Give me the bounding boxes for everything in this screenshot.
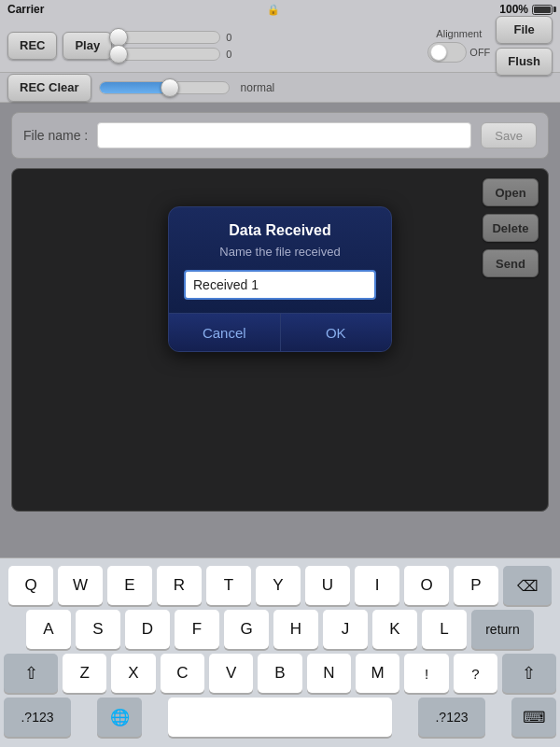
key-d[interactable]: D [125,610,170,649]
lock-icon: 🔒 [267,4,280,16]
key-a[interactable]: A [26,610,71,649]
key-w[interactable]: W [58,566,103,605]
carrier-label: Carrier [7,3,48,16]
key-g[interactable]: G [224,610,269,649]
battery-icon [532,5,553,15]
slider-val-1: 0 [226,32,241,43]
key-l[interactable]: L [422,610,467,649]
numbers-right-key[interactable]: .?123 [418,698,485,737]
keyboard-row-2: A S D F G H J K L return [4,610,556,649]
toggle-knob [430,44,447,61]
dialog: Data Received Name the file received Can… [168,206,392,352]
alignment-group: Alignment OFF [427,28,490,63]
alignment-label: Alignment [436,28,482,39]
key-v[interactable]: V [209,654,253,693]
toggle-switch[interactable] [427,42,467,63]
slider-track-3[interactable] [99,81,230,94]
key-u[interactable]: U [305,566,350,605]
toolbar2: REC Clear normal [0,73,560,103]
key-r[interactable]: R [157,566,202,605]
key-b[interactable]: B [258,654,301,693]
slider-thumb-3 [161,78,179,97]
flush-button[interactable]: Flush [496,48,553,76]
key-z[interactable]: Z [63,654,106,693]
slider-row-1: 0 [118,31,422,44]
globe-key[interactable]: 🌐 [97,698,142,737]
key-k[interactable]: K [372,610,417,649]
key-q[interactable]: Q [8,566,53,605]
keyboard-row-3: ⇧ Z X C V B N M ! ? ⇧ [4,654,556,693]
dialog-overlay: Data Received Name the file received Can… [12,169,548,511]
content-box: Open Delete Send Data Received Name the … [11,168,549,512]
key-m[interactable]: M [356,654,399,693]
key-n[interactable]: N [307,654,351,693]
status-bar: Carrier 🔒 100% [0,0,560,19]
key-x[interactable]: X [111,654,155,693]
key-quest[interactable]: ? [454,654,497,693]
file-row: File name : Save [11,112,549,159]
key-o[interactable]: O [404,566,449,605]
file-button[interactable]: File [496,16,553,44]
space-key[interactable] [168,698,392,737]
key-p[interactable]: P [454,566,498,605]
main-area: File name : Save Open Delete Send Data R… [0,103,560,521]
cancel-button[interactable]: Cancel [169,314,280,351]
slider-track-1[interactable] [118,31,220,44]
slider-val-2: 0 [226,49,241,60]
play-button[interactable]: Play [63,32,112,60]
ok-button[interactable]: OK [280,314,392,351]
rec-button[interactable]: REC [7,32,57,60]
file-name-input[interactable] [97,122,471,148]
keyboard-row-4: .?123 🌐 .?123 ⌨ [4,698,556,737]
keyboard: Q W E R T Y U I O P ⌫ A S D F G H J K L … [0,557,560,747]
key-c[interactable]: C [161,654,204,693]
file-name-label: File name : [23,128,88,143]
status-right: 100% [499,3,553,16]
dialog-subtitle: Name the file received [184,245,376,259]
key-j[interactable]: J [323,610,368,649]
save-button[interactable]: Save [481,122,537,148]
keyboard-row-1: Q W E R T Y U I O P ⌫ [4,566,556,605]
toolbar: REC Play 0 0 Alignment OFF File F [0,19,560,73]
shift-left-key[interactable]: ⇧ [4,654,58,693]
slider-row-2: 0 [118,48,422,61]
dialog-input[interactable] [184,270,376,300]
dialog-buttons: Cancel OK [169,313,391,351]
normal-label: normal [241,81,275,94]
keyboard-hide-key[interactable]: ⌨ [511,698,556,737]
key-h[interactable]: H [273,610,318,649]
return-key[interactable]: return [471,610,534,649]
dialog-title: Data Received [184,222,376,239]
key-s[interactable]: S [76,610,120,649]
toggle-row: OFF [427,42,490,63]
right-buttons: File Flush [496,16,553,76]
shift-right-key[interactable]: ⇧ [502,654,556,693]
rec-clear-button[interactable]: REC Clear [7,74,91,102]
key-i[interactable]: I [355,566,399,605]
delete-key[interactable]: ⌫ [503,566,552,605]
key-excl[interactable]: ! [404,654,448,693]
toggle-label: OFF [469,47,490,58]
key-t[interactable]: T [206,566,251,605]
slider-track-2[interactable] [118,48,220,61]
slider-group: 0 0 [118,31,422,61]
key-y[interactable]: Y [256,566,301,605]
key-f[interactable]: F [175,610,219,649]
key-e[interactable]: E [107,566,152,605]
numbers-left-key[interactable]: .?123 [4,698,71,737]
